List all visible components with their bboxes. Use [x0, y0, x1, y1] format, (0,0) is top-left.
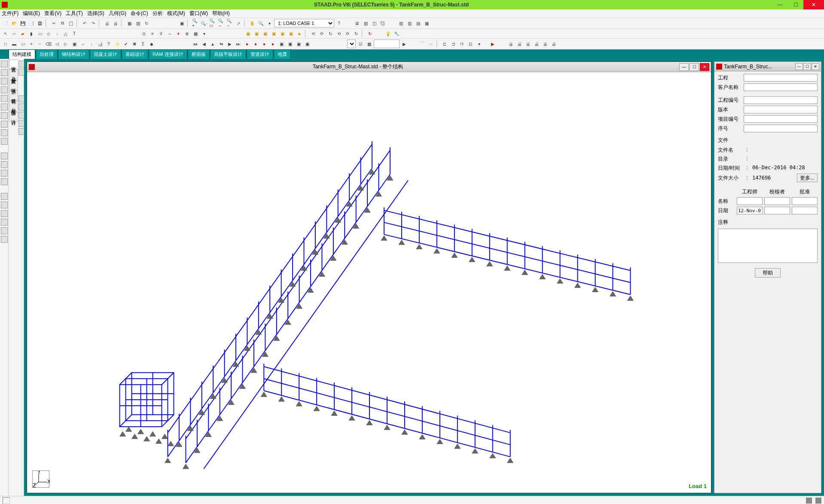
status-icon-1[interactable]: [806, 498, 812, 504]
plate-cursor-icon[interactable]: ▰: [19, 30, 27, 37]
tab-postproc[interactable]: 后处理: [36, 49, 58, 59]
go-icon[interactable]: ▶: [400, 40, 408, 48]
zoom-window-icon[interactable]: 🔍▭: [209, 19, 217, 27]
fill-icon[interactable]: ▨: [134, 19, 142, 27]
table-icon[interactable]: ▦: [365, 40, 373, 48]
calc-icon[interactable]: Σ: [139, 40, 147, 48]
rot-zn-icon[interactable]: ↻: [352, 30, 360, 37]
zoom-out-icon[interactable]: 🔍-: [200, 19, 208, 27]
ltool-18-icon[interactable]: [1, 219, 8, 226]
flag-icon[interactable]: ▶: [489, 40, 497, 48]
more-button[interactable]: 更多...: [797, 174, 818, 182]
model-viewport[interactable]: Y X Z Load 1: [27, 72, 711, 493]
view-left-icon[interactable]: ▣: [261, 30, 269, 37]
solid-cursor-icon[interactable]: ▮: [27, 30, 35, 37]
extra1-icon[interactable]: ◆: [148, 40, 156, 48]
magnify-icon[interactable]: 🔍: [257, 19, 265, 27]
select-next-icon[interactable]: ▷: [62, 40, 70, 48]
menu-geometry[interactable]: 几何(G): [109, 10, 126, 17]
vtab-analysis[interactable]: 分析编出: [9, 101, 18, 112]
input-eng-name[interactable]: [737, 197, 763, 205]
grid-icon[interactable]: ▦: [125, 19, 133, 27]
status-icon-2[interactable]: [815, 498, 821, 504]
view-right-icon[interactable]: ▣: [270, 30, 278, 37]
input-chk-date[interactable]: [764, 207, 790, 214]
seq-next-icon[interactable]: ▶: [226, 40, 234, 48]
ltool-4-icon[interactable]: [1, 86, 8, 93]
seq-prev-icon[interactable]: ◀: [200, 40, 208, 48]
tab-ram[interactable]: RAM 连接设计: [149, 49, 187, 59]
sections-icon[interactable]: #: [157, 30, 165, 37]
seq-mode1-icon[interactable]: ▣: [278, 40, 285, 48]
small-dropdown-1[interactable]: [347, 40, 356, 48]
tile-icon[interactable]: ◫: [370, 19, 378, 27]
extra-dd-icon[interactable]: ▾: [475, 40, 483, 48]
display-whole-icon[interactable]: ▣: [178, 19, 186, 27]
dim-icon[interactable]: ↔: [166, 30, 174, 37]
geom-cursor-icon[interactable]: ◇: [45, 30, 52, 37]
menu-view[interactable]: 查看(V): [44, 10, 61, 17]
ltool-13-icon[interactable]: [1, 170, 8, 177]
panel-maximize-button[interactable]: ☐: [803, 63, 811, 70]
model-maximize-button[interactable]: ☐: [690, 63, 699, 71]
cut-icon[interactable]: ✂: [50, 19, 58, 27]
menu-analysis[interactable]: 分析: [153, 10, 163, 17]
results-icon[interactable]: 📊: [96, 40, 104, 48]
ltool-19-icon[interactable]: [1, 227, 8, 234]
tab-piping[interactable]: 管道设计: [247, 49, 273, 59]
print2-icon[interactable]: 🖨: [516, 40, 523, 48]
save-icon[interactable]: 💾: [19, 19, 27, 27]
print5-icon[interactable]: 🖨: [541, 40, 549, 48]
ltool-12-icon[interactable]: [1, 161, 8, 168]
input-seqno[interactable]: [744, 125, 818, 132]
tab-steel[interactable]: 钢结构设计: [58, 49, 89, 59]
new-icon[interactable]: 📄: [2, 19, 9, 27]
seq-toggle-icon[interactable]: ⇆: [217, 40, 225, 48]
menu-command[interactable]: 命令(C): [131, 10, 148, 17]
ltool-9-icon[interactable]: [1, 129, 8, 136]
select-clear-icon[interactable]: ⌫: [45, 40, 52, 48]
beam-cursor-icon[interactable]: ▱: [10, 30, 18, 37]
cb-icon[interactable]: ☑: [357, 40, 364, 48]
view2-icon[interactable]: ▤: [414, 19, 422, 27]
tab-concrete[interactable]: 混凝土设计: [90, 49, 121, 59]
ltool-10-icon[interactable]: [1, 138, 8, 145]
ltool-1-icon[interactable]: [1, 61, 8, 67]
select-all-icon[interactable]: ▣: [70, 40, 78, 48]
select-range-icon[interactable]: ↔: [79, 40, 87, 48]
select-prev-icon[interactable]: ◁: [53, 40, 61, 48]
align-r-icon[interactable]: ⊐: [449, 40, 457, 48]
input-eng-date[interactable]: [737, 207, 763, 214]
menu-help[interactable]: 帮助(H): [212, 10, 230, 17]
rot-z-icon[interactable]: ↻: [327, 30, 334, 37]
load-cursor-icon[interactable]: ↓: [53, 30, 61, 37]
model-close-button[interactable]: ✕: [700, 63, 709, 71]
help-icon[interactable]: ?: [335, 19, 343, 27]
seq-mode3-icon[interactable]: ▣: [295, 40, 302, 48]
seq-up-icon[interactable]: ▲: [209, 40, 217, 48]
panel-close-button[interactable]: ✕: [812, 63, 819, 70]
ltool-16-icon[interactable]: [1, 202, 8, 208]
view-top-icon[interactable]: ▣: [278, 30, 286, 37]
cascade-icon[interactable]: ⿻: [379, 19, 387, 27]
zoom-dynamic-icon[interactable]: 🔍↔: [217, 19, 225, 27]
input-rev[interactable]: [744, 106, 818, 113]
wizard-icon[interactable]: ✨: [113, 40, 121, 48]
open-icon[interactable]: 📂: [10, 19, 18, 27]
light-icon[interactable]: 💡: [384, 30, 392, 37]
ltool-14-icon[interactable]: [1, 178, 8, 185]
picture-icon[interactable]: 🖼: [36, 19, 44, 27]
ltool-5-icon[interactable]: [1, 95, 8, 102]
seq-mode2-icon[interactable]: ▣: [286, 40, 294, 48]
input-app-date[interactable]: [792, 207, 818, 214]
report-icon[interactable]: 📑: [27, 19, 35, 27]
menu-tools[interactable]: 工具(T): [66, 10, 82, 17]
tab-modeling[interactable]: 结构建模: [9, 49, 35, 59]
vtab-load[interactable]: 载荷: [9, 91, 18, 100]
tab-advslab[interactable]: 高级平板设计: [210, 49, 246, 59]
cross-icon[interactable]: ✖: [131, 40, 138, 48]
check-icon[interactable]: ✔: [122, 40, 130, 48]
select-remove-icon[interactable]: −: [36, 40, 44, 48]
ltool-15-icon[interactable]: [1, 193, 8, 200]
dropdown2-icon[interactable]: ▾: [200, 30, 208, 37]
